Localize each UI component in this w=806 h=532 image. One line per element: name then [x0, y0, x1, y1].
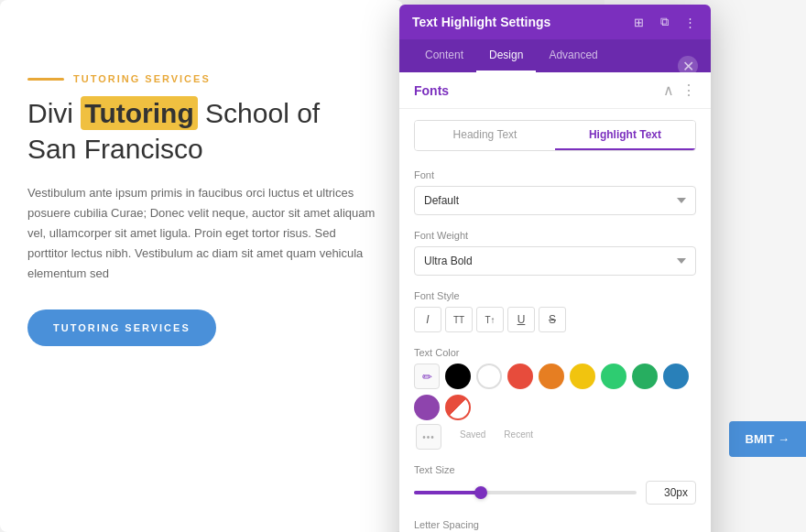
text-size-slider-fill [414, 491, 481, 494]
sub-tab-heading[interactable]: Heading Text [415, 121, 555, 150]
text-size-slider-thumb[interactable] [474, 486, 487, 499]
color-black[interactable] [445, 364, 471, 389]
color-yellow[interactable] [570, 364, 595, 389]
color-dark-green[interactable] [632, 364, 658, 389]
text-size-field-group: Text Size [399, 457, 711, 512]
color-purple[interactable] [414, 395, 440, 420]
section-more-icon[interactable]: ⋮ [681, 81, 696, 99]
recent-label: Recent [504, 424, 533, 450]
font-select[interactable]: Default [414, 186, 696, 215]
preview-body-text: Vestibulum ante ipsum primis in faucibus… [27, 183, 376, 284]
panel-close-button[interactable]: ✕ [678, 56, 698, 76]
font-style-italic[interactable]: I [414, 307, 441, 332]
section-header-icons: ∧ ⋮ [663, 81, 696, 99]
font-label: Font [414, 169, 696, 180]
font-style-buttons: I TT T↑ U S [414, 307, 696, 332]
tab-design[interactable]: Design [476, 39, 536, 72]
color-white[interactable] [476, 364, 502, 389]
font-weight-label: Font Weight [414, 230, 696, 241]
font-weight-field-group: Font Weight Ultra Bold [399, 223, 711, 283]
submit-button[interactable]: BMIT → [729, 421, 806, 457]
saved-label: Saved [460, 424, 485, 450]
preview-heading: Divi Tutoring School of San Francisco [27, 95, 376, 167]
settings-panel: Text Highlight Settings ⊞ ⧉ ⋮ Content De… [399, 5, 711, 532]
color-pencil-button[interactable]: ✏ [414, 364, 440, 389]
text-color-field-group: Text Color ✏ ••• Saved Recent [399, 340, 711, 457]
text-color-label: Text Color [414, 347, 696, 358]
preview-panel: Tutoring Services Divi Tutoring School o… [0, 0, 403, 532]
font-weight-select[interactable]: Ultra Bold [414, 246, 696, 276]
panel-body: Fonts ∧ ⋮ Heading Text Highlight Text Fo… [399, 72, 711, 532]
font-style-strikethrough[interactable]: S [539, 307, 566, 332]
section-title-fonts: Fonts [414, 83, 449, 98]
section-header-fonts: Fonts ∧ ⋮ [399, 72, 711, 109]
font-style-tt[interactable]: TT [445, 307, 473, 332]
tab-advanced[interactable]: Advanced [536, 39, 610, 72]
color-blue[interactable] [663, 364, 689, 389]
font-style-t-up[interactable]: T↑ [476, 307, 504, 332]
preview-tutoring-button[interactable]: TUTORING SERVICES [27, 309, 216, 346]
color-more-button[interactable]: ••• [416, 424, 441, 450]
font-style-underline[interactable]: U [507, 307, 535, 332]
sub-tabs: Heading Text Highlight Text [414, 120, 696, 151]
font-style-field-group: Font Style I TT T↑ U S [399, 283, 711, 340]
panel-tabs: Content Design Advanced ✕ [399, 39, 711, 72]
font-style-label: Font Style [414, 290, 696, 301]
letter-spacing-field-group: Letter Spacing [399, 512, 711, 532]
panel-icon-grid[interactable]: ⊞ [630, 14, 647, 30]
panel-icon-columns[interactable]: ⧉ [656, 14, 672, 30]
panel-header: Text Highlight Settings ⊞ ⧉ ⋮ [399, 5, 711, 39]
color-orange[interactable] [539, 364, 564, 389]
panel-icon-more[interactable]: ⋮ [681, 14, 698, 30]
preview-service-label: Tutoring Services [27, 73, 376, 84]
color-red[interactable] [507, 364, 533, 389]
letter-spacing-label: Letter Spacing [414, 519, 696, 530]
text-size-label: Text Size [414, 464, 696, 475]
heading-highlight: Tutoring [81, 96, 197, 130]
color-picker-row: ✏ [414, 364, 696, 420]
sub-tab-highlight[interactable]: Highlight Text [555, 121, 695, 150]
heading-start: Divi [27, 98, 81, 128]
tab-content[interactable]: Content [412, 39, 476, 72]
text-size-input[interactable] [646, 481, 696, 505]
text-size-slider-row [414, 481, 696, 505]
font-field-group: Font Default [399, 162, 711, 223]
section-collapse-icon[interactable]: ∧ [663, 81, 674, 99]
color-green[interactable] [601, 364, 626, 389]
panel-header-icons: ⊞ ⧉ ⋮ [630, 14, 698, 30]
text-size-slider-track[interactable] [414, 491, 637, 494]
panel-title: Text Highlight Settings [412, 15, 550, 29]
color-gradient[interactable] [445, 395, 471, 420]
